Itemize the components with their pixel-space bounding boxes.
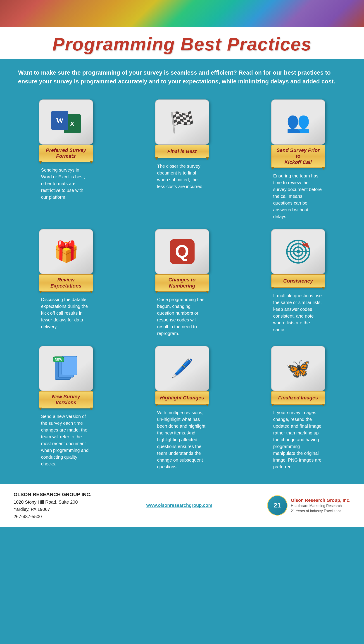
card-changes-to-numbering: Q Changes toNumbering Once programming h…	[130, 229, 234, 337]
card-icon-send-survey-prior: 👥	[283, 107, 313, 137]
address-line1: 1020 Stony Hill Road, Suite 200	[14, 498, 91, 506]
card-icon-highlight-changes: 🖊️	[167, 354, 197, 383]
card-icon-wrapper-send-survey-prior: 👥	[271, 100, 325, 145]
card-icon-wrapper-highlight-changes: 🖊️	[155, 346, 209, 391]
card-icon-wrapper-preferred-survey-formats: W X	[39, 100, 93, 145]
card-banner-review-expectations: ReviewExpectations	[39, 274, 93, 292]
card-icon-wrapper-final-is-best: 🏁	[155, 100, 209, 145]
card-icon-wrapper-new-survey-versions: NEW	[39, 346, 93, 391]
card-icon-wrapper-review-expectations: 🎁	[39, 229, 93, 274]
card-description-highlight-changes: With multiple revisions, un-highlight wh…	[155, 404, 209, 470]
card-final-is-best: 🏁 Final is Best The closer the survey do…	[130, 100, 234, 220]
card-finalized-images: 🦋 Finalized Images If your survey images…	[246, 346, 350, 470]
intro-section: Want to make sure the programming of you…	[0, 59, 364, 95]
card-banner-changes-to-numbering: Changes toNumbering	[155, 274, 209, 292]
rainbow-bar-top	[0, 0, 364, 27]
card-icon-wrapper-changes-to-numbering: Q	[155, 229, 209, 274]
card-title-preferred-survey-formats: Preferred SurveyFormats	[46, 148, 86, 159]
card-description-preferred-survey-formats: Sending surveys in Word or Excel is best…	[39, 162, 93, 200]
card-banner-new-survey-versions: New SurveyVersions	[39, 391, 93, 408]
card-icon-final-is-best: 🏁	[167, 107, 197, 137]
card-banner-send-survey-prior: Send Survey Prior toKickoff Call	[271, 145, 325, 168]
card-icon-wrapper-consistency	[271, 229, 325, 274]
card-title-highlight-changes: Highlight Changes	[160, 395, 204, 401]
main-title: Programming Best Practices	[9, 34, 355, 55]
footer-website[interactable]: www.olsonresearchgroup.com	[146, 503, 212, 508]
card-icon-preferred-survey-formats: W X	[51, 107, 81, 137]
card-title-consistency: Consistency	[283, 278, 313, 284]
footer-logo-circle: 21	[267, 495, 287, 516]
card-description-new-survey-versions: Send a new version of the survey each ti…	[39, 408, 93, 467]
card-preferred-survey-formats: W X Preferred SurveyFormats Sending surv…	[14, 100, 118, 220]
address-line2: Yardley, PA 19067	[14, 506, 91, 513]
card-new-survey-versions: NEW New SurveyVersions Send a new versio…	[14, 346, 118, 470]
card-description-send-survey-prior: Ensuring the team has time to review the…	[271, 168, 325, 220]
footer-tagline2: 21 Years of Industry Excellence	[291, 508, 350, 514]
footer: OLSON RESEARCH GROUP INC. 1020 Stony Hil…	[0, 484, 364, 527]
card-consistency: Consistency If multiple questions use th…	[246, 229, 350, 337]
footer-tagline1: Healthcare Marketing Research	[291, 504, 350, 508]
card-description-final-is-best: The closer the survey document is to fin…	[155, 158, 209, 190]
intro-text: Want to make sure the programming of you…	[18, 68, 346, 86]
card-banner-finalized-images: Finalized Images	[271, 391, 325, 404]
card-title-send-survey-prior: Send Survey Prior toKickoff Call	[276, 148, 320, 165]
card-description-changes-to-numbering: Once programming has begun, changing que…	[155, 292, 209, 337]
card-icon-changes-to-numbering: Q	[167, 237, 197, 266]
company-name: OLSON RESEARCH GROUP INC.	[14, 490, 91, 498]
card-title-review-expectations: ReviewExpectations	[51, 277, 82, 289]
card-highlight-changes: 🖊️ Highlight Changes With multiple revis…	[130, 346, 234, 470]
card-icon-finalized-images: 🦋	[283, 354, 313, 383]
card-banner-preferred-survey-formats: Preferred SurveyFormats	[39, 145, 93, 162]
card-title-final-is-best: Final is Best	[167, 148, 197, 154]
footer-right: 21 Olson Research Group, Inc. Healthcare…	[267, 495, 350, 516]
card-description-consistency: If multiple questions use the same or si…	[271, 288, 325, 333]
card-banner-final-is-best: Final is Best	[155, 145, 209, 158]
card-icon-review-expectations: 🎁	[51, 237, 81, 266]
card-review-expectations: 🎁 ReviewExpectations Discussing the data…	[14, 229, 118, 337]
card-send-survey-prior: 👥 Send Survey Prior toKickoff Call Ensur…	[246, 100, 350, 220]
footer-brand: Olson Research Group, Inc.	[291, 497, 350, 504]
cards-grid: W X Preferred SurveyFormats Sending surv…	[0, 95, 364, 484]
card-title-new-survey-versions: New SurveyVersions	[52, 394, 80, 406]
card-title-changes-to-numbering: Changes toNumbering	[169, 277, 196, 289]
card-description-finalized-images: If your survey images change, resend the…	[271, 404, 325, 470]
card-description-review-expectations: Discussing the datafile expectations dur…	[39, 292, 93, 330]
card-title-finalized-images: Finalized Images	[278, 395, 318, 401]
card-banner-highlight-changes: Highlight Changes	[155, 391, 209, 404]
footer-logo-text: Olson Research Group, Inc. Healthcare Ma…	[291, 497, 350, 514]
card-icon-new-survey-versions: NEW	[51, 354, 81, 383]
phone: 267-487-5500	[14, 513, 91, 520]
card-icon-consistency	[283, 237, 313, 266]
title-area: Programming Best Practices	[0, 27, 364, 59]
card-icon-wrapper-finalized-images: 🦋	[271, 346, 325, 391]
card-banner-consistency: Consistency	[271, 274, 325, 288]
footer-logo-number: 21	[274, 502, 281, 509]
footer-left: OLSON RESEARCH GROUP INC. 1020 Stony Hil…	[14, 490, 91, 520]
